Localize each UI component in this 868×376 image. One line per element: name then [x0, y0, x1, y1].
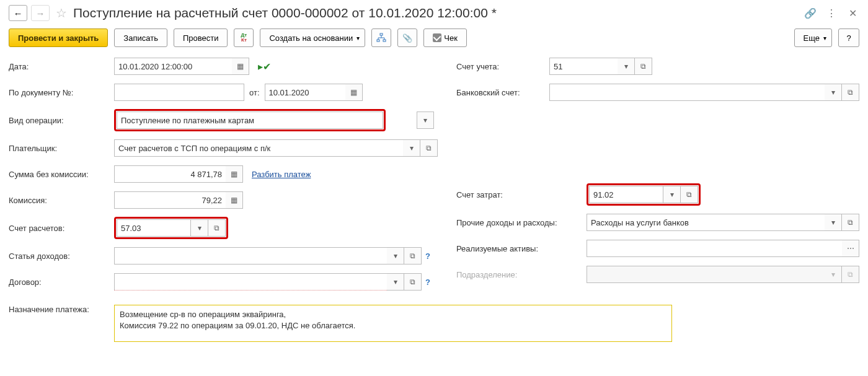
department-label: Подразделение:: [456, 270, 587, 279]
date-label: Дата:: [9, 62, 114, 71]
contract-label: Договор:: [9, 278, 114, 287]
close-icon[interactable]: ✕: [846, 6, 859, 20]
purpose-line1: Возмещение ср-в по операциям эквайринга,: [120, 309, 666, 320]
structure-icon-button[interactable]: [371, 28, 391, 47]
open-icon[interactable]: ⧉: [635, 58, 652, 75]
payment-purpose-textarea[interactable]: Возмещение ср-в по операциям эквайринга,…: [114, 305, 672, 342]
department-input: [587, 266, 825, 283]
dropdown-icon[interactable]: ▾: [387, 247, 404, 265]
calculator-icon[interactable]: ▦: [226, 191, 243, 209]
open-icon[interactable]: ⧉: [842, 84, 859, 101]
open-icon: ⧉: [842, 266, 859, 283]
calculator-icon[interactable]: ▦: [226, 165, 243, 183]
open-icon[interactable]: ⧉: [404, 247, 422, 265]
dropdown-icon[interactable]: ▾: [825, 214, 842, 231]
posted-status-icon: ▸✔: [258, 61, 271, 72]
open-icon[interactable]: ⧉: [681, 186, 698, 203]
docnum-input[interactable]: [114, 84, 244, 101]
realized-assets-label: Реализуемые активы:: [456, 244, 587, 253]
svg-rect-2: [383, 40, 386, 42]
settlement-account-label: Счет расчетов:: [9, 224, 114, 233]
sum-label: Сумма без комиссии:: [9, 170, 114, 179]
create-based-label: Создать на основании: [269, 33, 353, 43]
dropdown-icon: ▾: [825, 266, 842, 283]
favorite-star-icon[interactable]: ☆: [56, 6, 67, 20]
dropdown-icon[interactable]: ▾: [417, 111, 434, 129]
realized-assets-input[interactable]: [587, 240, 842, 257]
help-hint-icon[interactable]: ?: [425, 251, 430, 261]
attachment-icon-button[interactable]: 📎: [397, 28, 417, 47]
bank-account-input[interactable]: [549, 84, 825, 101]
split-payment-link[interactable]: Разбить платеж: [252, 170, 311, 179]
payer-label: Плательщик:: [9, 144, 114, 153]
receipt-button[interactable]: Чек: [423, 28, 467, 47]
from-date-input[interactable]: [265, 84, 345, 101]
chevron-down-icon: ▾: [823, 35, 826, 42]
ledger-account-label: Счет учета:: [456, 62, 549, 71]
sum-input[interactable]: [114, 165, 226, 183]
cost-account-input[interactable]: [589, 186, 663, 203]
purpose-line2: Комиссия 79.22 по операциям за 09.01.20,…: [120, 320, 666, 331]
other-income-expense-label: Прочие доходы и расходы:: [456, 218, 587, 227]
dropdown-icon[interactable]: ▾: [618, 58, 635, 75]
ledger-account-input[interactable]: [549, 58, 618, 75]
other-income-expense-input[interactable]: [587, 214, 825, 231]
post-and-close-button[interactable]: Провести и закрыть: [9, 28, 108, 47]
operation-type-input[interactable]: [117, 111, 383, 129]
dropdown-icon[interactable]: ▾: [387, 273, 404, 291]
from-label: от:: [249, 88, 260, 97]
create-based-on-button[interactable]: Создать на основании ▾: [260, 28, 365, 47]
help-button[interactable]: ?: [838, 28, 859, 47]
dropdown-icon[interactable]: ▾: [825, 84, 842, 101]
chevron-down-icon: ▾: [356, 35, 360, 42]
contract-input[interactable]: [114, 273, 387, 291]
income-item-input[interactable]: [114, 247, 387, 265]
docnum-label: По документу №:: [9, 88, 114, 97]
help-hint-icon[interactable]: ?: [425, 278, 430, 287]
window-title: Поступление на расчетный счет 0000-00000…: [73, 6, 796, 20]
save-button[interactable]: Записать: [114, 28, 167, 47]
commission-input[interactable]: [114, 191, 226, 209]
open-icon[interactable]: ⧉: [404, 273, 422, 291]
hierarchy-icon: [376, 33, 386, 43]
cost-account-label: Счет затрат:: [456, 190, 587, 199]
dt-kt-icon: ДтКт: [241, 33, 247, 43]
open-icon[interactable]: ⧉: [208, 219, 226, 237]
nav-back-button[interactable]: ←: [9, 5, 27, 21]
more-label: Еще: [804, 33, 820, 43]
ellipsis-icon[interactable]: ⋯: [842, 240, 859, 257]
post-button[interactable]: Провести: [174, 28, 228, 47]
commission-label: Комиссия:: [9, 196, 114, 205]
nav-forward-button[interactable]: →: [31, 5, 50, 21]
dropdown-icon[interactable]: ▾: [663, 186, 681, 203]
link-icon[interactable]: 🔗: [804, 6, 817, 20]
bank-account-label: Банковский счет:: [456, 88, 549, 97]
transactions-icon-button[interactable]: ДтКт: [234, 28, 254, 47]
receipt-icon: [433, 33, 441, 42]
receipt-label: Чек: [444, 33, 458, 43]
paperclip-icon: 📎: [402, 33, 412, 43]
dropdown-icon[interactable]: ▾: [403, 139, 420, 157]
date-input[interactable]: [114, 58, 232, 75]
calendar-icon[interactable]: ▦: [345, 84, 363, 101]
svg-rect-0: [380, 33, 383, 35]
payment-purpose-label: Назначение платежа:: [9, 305, 114, 314]
dropdown-icon[interactable]: ▾: [191, 219, 208, 237]
payer-input[interactable]: [114, 139, 403, 157]
svg-rect-1: [377, 40, 379, 42]
open-icon[interactable]: ⧉: [842, 214, 859, 231]
operation-type-label: Вид операции:: [9, 116, 114, 125]
settlement-account-input[interactable]: [117, 219, 191, 237]
income-item-label: Статья доходов:: [9, 251, 114, 261]
kebab-menu-icon[interactable]: ⋮: [825, 6, 838, 20]
more-button[interactable]: Еще ▾: [794, 28, 832, 47]
calendar-icon[interactable]: ▦: [232, 58, 249, 75]
open-icon[interactable]: ⧉: [420, 139, 438, 157]
